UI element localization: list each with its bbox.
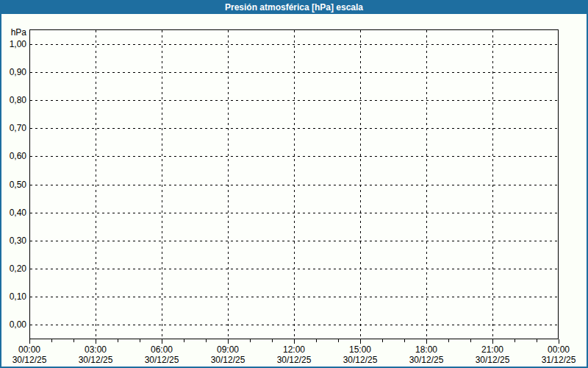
gridline-v — [492, 30, 493, 339]
plot-area[interactable] — [29, 29, 559, 339]
x-tick-time: 00:00 — [4, 344, 55, 355]
x-tick-date: 30/12/25 — [268, 355, 320, 365]
x-tick-date: 31/12/25 — [533, 355, 584, 365]
x-minor-tick — [74, 339, 74, 342]
x-major-tick — [492, 339, 493, 344]
x-tick-time: 12:00 — [268, 344, 320, 355]
x-tick-time: 15:00 — [334, 344, 386, 355]
x-minor-tick — [184, 339, 184, 342]
gridline-v — [426, 30, 427, 339]
x-tick-date: 30/12/25 — [202, 355, 254, 365]
x-tick-label: 21:0030/12/25 — [467, 344, 518, 365]
gridline-v — [162, 30, 162, 339]
x-major-tick — [559, 339, 559, 344]
x-minor-tick — [272, 339, 273, 342]
x-major-tick — [162, 339, 162, 344]
x-tick-date: 30/12/25 — [4, 355, 55, 365]
y-tick-label: 1,00 — [1, 39, 26, 49]
x-major-tick — [29, 339, 30, 344]
x-minor-tick — [316, 339, 317, 342]
x-tick-date: 30/12/25 — [467, 355, 518, 365]
x-tick-time: 09:00 — [202, 344, 254, 355]
x-minor-tick — [382, 339, 383, 342]
y-tick-label: 0,40 — [1, 208, 26, 218]
x-tick-label: 03:0030/12/25 — [70, 344, 121, 365]
x-tick-label: 00:0030/12/25 — [4, 344, 55, 365]
x-tick-time: 00:00 — [533, 344, 584, 355]
x-minor-tick — [140, 339, 140, 342]
x-major-tick — [426, 339, 427, 344]
x-major-tick — [294, 339, 295, 344]
gridline-v — [360, 30, 361, 339]
gridline-v — [96, 30, 96, 339]
x-tick-label: 06:0030/12/25 — [136, 344, 187, 365]
y-tick-label: 0,00 — [1, 319, 26, 330]
x-minor-tick — [404, 339, 405, 342]
x-tick-date: 30/12/25 — [334, 355, 386, 365]
chart-window: Presión atmosférica [hPa] escala hPa 1,0… — [0, 0, 588, 368]
x-tick-label: 18:0030/12/25 — [401, 344, 452, 365]
x-tick-time: 21:00 — [467, 344, 518, 355]
y-tick-label: 0,20 — [1, 263, 26, 274]
chart-title: Presión atmosférica [hPa] escala — [225, 1, 363, 14]
x-minor-tick — [51, 339, 52, 342]
x-major-tick — [96, 339, 96, 344]
y-tick-label: 0,10 — [1, 291, 26, 302]
x-tick-date: 30/12/25 — [70, 355, 121, 365]
gridline-v — [228, 30, 229, 339]
y-tick-label: 0,30 — [1, 236, 26, 246]
x-tick-time: 03:00 — [70, 344, 121, 355]
x-minor-tick — [250, 339, 251, 342]
x-tick-time: 06:00 — [136, 344, 187, 355]
x-tick-date: 30/12/25 — [136, 355, 187, 365]
chart-title-bar: Presión atmosférica [hPa] escala — [1, 1, 587, 14]
x-tick-label: 00:0031/12/25 — [533, 344, 584, 365]
x-minor-tick — [206, 339, 207, 342]
y-tick-label: 0,70 — [1, 123, 26, 133]
x-major-tick — [360, 339, 361, 344]
y-tick-label: 0,80 — [1, 95, 26, 105]
x-major-tick — [228, 339, 229, 344]
x-tick-label: 15:0030/12/25 — [334, 344, 386, 365]
x-tick-time: 18:00 — [401, 344, 452, 355]
x-minor-tick — [338, 339, 339, 342]
x-minor-tick — [537, 339, 537, 342]
x-minor-tick — [470, 339, 471, 342]
y-tick-label: 0,60 — [1, 151, 26, 161]
x-tick-date: 30/12/25 — [401, 355, 452, 365]
x-minor-tick — [448, 339, 449, 342]
x-minor-tick — [514, 339, 515, 342]
y-tick-label: 0,50 — [1, 180, 26, 190]
x-minor-tick — [118, 339, 118, 342]
y-tick-label: 0,90 — [1, 67, 26, 77]
x-tick-label: 12:0030/12/25 — [268, 344, 320, 365]
x-tick-label: 09:0030/12/25 — [202, 344, 254, 365]
y-axis-unit-label: hPa — [1, 28, 26, 38]
gridline-v — [294, 30, 295, 339]
